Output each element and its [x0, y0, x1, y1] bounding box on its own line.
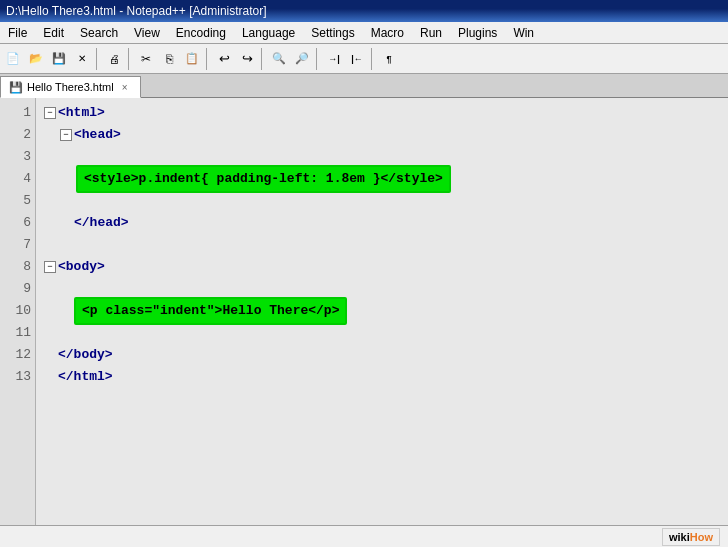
line-num-13: 13	[8, 366, 31, 388]
menu-plugins[interactable]: Plugins	[450, 22, 505, 43]
line-num-11: 11	[8, 322, 31, 344]
code-line-2: − <head>	[44, 124, 720, 146]
paste-button[interactable]	[181, 48, 203, 70]
line-num-2: 2	[8, 124, 31, 146]
code-line-11	[44, 322, 720, 344]
toolbar-separator-2	[128, 48, 132, 70]
new-icon	[6, 52, 20, 65]
fold-icon-2[interactable]: −	[60, 129, 72, 141]
tag-body-close: </body>	[58, 344, 113, 366]
highlight-p-line: <p class="indent">Hello There</p>	[74, 297, 347, 325]
toolbar-separator-5	[316, 48, 320, 70]
redo-icon	[242, 51, 253, 66]
title-text: D:\Hello There3.html - Notepad++ [Admini…	[6, 4, 267, 18]
print-button[interactable]	[103, 48, 125, 70]
wikihow-badge: wikiHow	[662, 528, 720, 546]
save-button[interactable]	[48, 48, 70, 70]
copy-icon	[166, 52, 173, 66]
tag-body-open: <body>	[58, 256, 105, 278]
tag-html-close: </html>	[58, 366, 113, 388]
zoom-in-icon	[295, 52, 309, 65]
line-num-3: 3	[8, 146, 31, 168]
line-num-8: 8	[8, 256, 31, 278]
code-line-7	[44, 234, 720, 256]
undo-button[interactable]	[213, 48, 235, 70]
line-num-4: 4	[8, 168, 31, 190]
menu-view[interactable]: View	[126, 22, 168, 43]
line-numbers: 1 2 3 4 5 6 7 8 9 10 11 12 13	[0, 98, 36, 525]
tab-close-button[interactable]: ×	[118, 80, 132, 94]
tab-label: Hello There3.html	[27, 81, 114, 93]
print-icon	[109, 53, 120, 65]
wiki-text: wiki	[669, 531, 690, 543]
open-icon	[29, 52, 43, 65]
menu-macro[interactable]: Macro	[363, 22, 412, 43]
title-bar: D:\Hello There3.html - Notepad++ [Admini…	[0, 0, 728, 22]
line-num-10: 10	[8, 300, 31, 322]
tag-html-open: <html>	[58, 102, 105, 124]
code-area[interactable]: − <html> − <head> <style>p.indent{ paddi…	[36, 98, 728, 525]
redo-button[interactable]	[236, 48, 258, 70]
code-line-4: <style>p.indent{ padding-left: 1.8em }</…	[44, 168, 720, 190]
undo-icon	[219, 51, 230, 66]
zoom-in-button[interactable]	[291, 48, 313, 70]
menu-run[interactable]: Run	[412, 22, 450, 43]
code-line-6: − </head>	[44, 212, 720, 234]
tab-bar: 💾 Hello There3.html ×	[0, 74, 728, 98]
line-num-6: 6	[8, 212, 31, 234]
line-num-9: 9	[8, 278, 31, 300]
toolbar: ✕ →| |← ¶	[0, 44, 728, 74]
menu-bar: File Edit Search View Encoding Language …	[0, 22, 728, 44]
find-icon	[272, 52, 286, 65]
cut-icon	[141, 52, 151, 66]
unindent-button[interactable]: |←	[346, 48, 368, 70]
tag-head-close: </head>	[74, 212, 129, 234]
toolbar-separator-6	[371, 48, 375, 70]
menu-edit[interactable]: Edit	[35, 22, 72, 43]
indent-button[interactable]: →|	[323, 48, 345, 70]
fold-icon-8[interactable]: −	[44, 261, 56, 273]
menu-file[interactable]: File	[0, 22, 35, 43]
line-num-1: 1	[8, 102, 31, 124]
code-line-13: − </html>	[44, 366, 720, 388]
menu-language[interactable]: Language	[234, 22, 303, 43]
new-button[interactable]	[2, 48, 24, 70]
menu-settings[interactable]: Settings	[303, 22, 362, 43]
code-line-12: − </body>	[44, 344, 720, 366]
highlight-style-line: <style>p.indent{ padding-left: 1.8em }</…	[76, 165, 451, 193]
fold-icon-1[interactable]: −	[44, 107, 56, 119]
tab-save-icon: 💾	[9, 81, 23, 94]
toolbar-separator-4	[261, 48, 265, 70]
file-tab[interactable]: 💾 Hello There3.html ×	[0, 76, 141, 98]
word-wrap-button[interactable]: ¶	[378, 48, 400, 70]
menu-win[interactable]: Win	[505, 22, 542, 43]
code-line-1: − <html>	[44, 102, 720, 124]
save-icon	[52, 52, 66, 65]
line-num-7: 7	[8, 234, 31, 256]
code-line-5	[44, 190, 720, 212]
line-num-12: 12	[8, 344, 31, 366]
code-line-10: − <p class="indent">Hello There</p>	[44, 300, 720, 322]
line-num-5: 5	[8, 190, 31, 212]
toolbar-separator-1	[96, 48, 100, 70]
toolbar-separator-3	[206, 48, 210, 70]
tag-head-open: <head>	[74, 124, 121, 146]
editor-area: 1 2 3 4 5 6 7 8 9 10 11 12 13 − <html> −…	[0, 98, 728, 525]
close-all-button[interactable]: ✕	[71, 48, 93, 70]
code-line-8: − <body>	[44, 256, 720, 278]
status-bar: wikiHow	[0, 525, 728, 547]
menu-encoding[interactable]: Encoding	[168, 22, 234, 43]
cut-button[interactable]	[135, 48, 157, 70]
copy-button[interactable]	[158, 48, 180, 70]
find-button[interactable]	[268, 48, 290, 70]
how-text: How	[690, 531, 713, 543]
paste-icon	[185, 52, 199, 65]
menu-search[interactable]: Search	[72, 22, 126, 43]
open-button[interactable]	[25, 48, 47, 70]
